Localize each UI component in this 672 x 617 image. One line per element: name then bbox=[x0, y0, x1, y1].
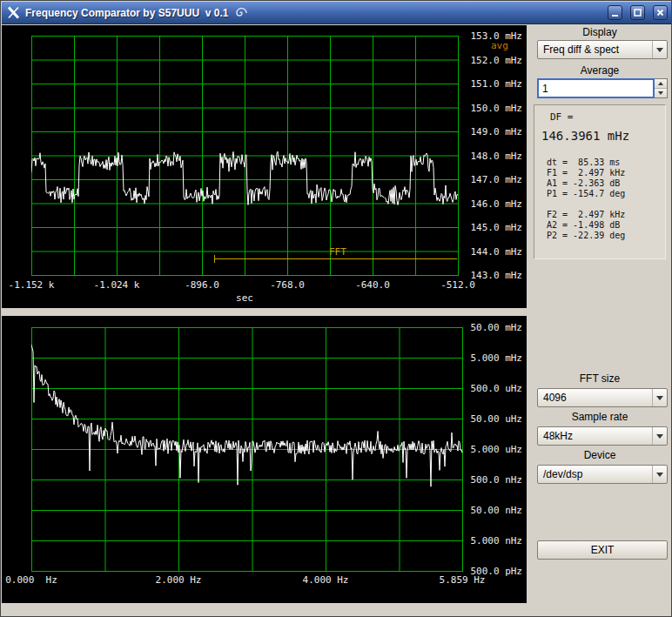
display-label: Display bbox=[527, 26, 672, 38]
x-tick-label: -896.0 bbox=[185, 279, 219, 291]
average-input[interactable] bbox=[537, 78, 655, 98]
spectrum-trace bbox=[31, 327, 463, 572]
average-spin-buttons bbox=[655, 78, 668, 98]
chevron-down-icon bbox=[652, 41, 667, 58]
chevron-down-icon bbox=[652, 427, 667, 445]
y-tick-label: 149.0 mHz bbox=[470, 126, 522, 137]
exit-button[interactable]: EXIT bbox=[537, 540, 668, 560]
y-tick-label: 5.000 mHz bbox=[470, 352, 522, 364]
maximize-button[interactable] bbox=[630, 5, 645, 20]
y-tick-label: 145.0 mHz bbox=[470, 222, 522, 233]
x-tick-label: 5.859 Hz bbox=[440, 574, 486, 586]
y-tick-label: 146.0 mHz bbox=[470, 198, 522, 210]
df-label: DF = bbox=[534, 111, 665, 123]
readout-line: dt = 85.33 ms bbox=[534, 158, 665, 168]
readout-line bbox=[534, 199, 665, 210]
sample-rate-combo-value: 48kHz bbox=[538, 430, 652, 442]
y-tick-label: 500.0 uHz bbox=[470, 383, 522, 394]
freq-diff-plot: 153.0 mHz152.0 mHz151.0 mHz150.0 mHz149.… bbox=[2, 25, 527, 308]
window-title: Frequency Comparator by S57UUU v 0.1 bbox=[25, 7, 228, 19]
sample-rate-combo[interactable]: 48kHz bbox=[537, 426, 668, 446]
readout-lines: dt = 85.33 msF1 = 2.497 kHzA1 = -2.363 d… bbox=[534, 158, 665, 241]
device-label: Device bbox=[527, 449, 672, 461]
device-combo[interactable]: /dev/dsp bbox=[537, 465, 668, 484]
y-tick-label: 50.00 nHz bbox=[470, 505, 522, 516]
sample-rate-label: Sample rate bbox=[527, 411, 672, 423]
readout-line: F2 = 2.497 kHz bbox=[534, 210, 665, 220]
readout-line: P2 = -22.39 deg bbox=[534, 231, 665, 241]
app-icon bbox=[6, 6, 20, 20]
y-tick-label: 152.0 mHz bbox=[470, 55, 522, 66]
y-tick-label: 50.00 mHz bbox=[470, 322, 522, 333]
avg-indicator: avg bbox=[491, 40, 508, 51]
top-plot-x-ticks: -1.152 k-1.024 k-896.0-768.0-640.0-512.0 bbox=[2, 279, 527, 292]
close-button[interactable] bbox=[653, 5, 668, 20]
fft-size-combo[interactable]: 4096 bbox=[537, 388, 668, 407]
fft-size-label: FFT size bbox=[527, 372, 672, 385]
df-value: 146.3961 mHz bbox=[534, 129, 665, 143]
chevron-down-icon bbox=[652, 389, 667, 406]
y-tick-label: 500.0 nHz bbox=[470, 474, 522, 486]
y-tick-label: 151.0 mHz bbox=[470, 78, 522, 90]
display-combo-value: Freq diff & spect bbox=[538, 44, 652, 56]
top-plot-y-ticks: 153.0 mHz152.0 mHz151.0 mHz150.0 mHz149.… bbox=[466, 25, 523, 308]
fft-size-combo-value: 4096 bbox=[538, 392, 652, 404]
average-label: Average bbox=[527, 64, 672, 77]
x-tick-label: -1.024 k bbox=[94, 279, 140, 291]
fft-window-label: FFT bbox=[329, 246, 346, 258]
titlebar[interactable]: Frequency Comparator by S57UUU v 0.1 bbox=[2, 2, 672, 24]
spin-up-button[interactable] bbox=[655, 79, 667, 89]
readout-line: F1 = 2.497 kHz bbox=[534, 168, 665, 178]
chevron-down-icon bbox=[652, 466, 667, 483]
y-tick-label: 5.000 nHz bbox=[470, 535, 522, 547]
readout-line: A2 = -1.498 dB bbox=[534, 220, 665, 231]
freq-diff-trace bbox=[31, 36, 459, 276]
x-tick-label: 2.000 Hz bbox=[156, 574, 202, 586]
y-tick-label: 50.00 uHz bbox=[470, 413, 522, 425]
x-tick-label: -1.152 k bbox=[9, 279, 55, 291]
measurement-readout: DF = 146.3961 mHz dt = 85.33 msF1 = 2.49… bbox=[534, 104, 666, 259]
y-tick-label: 150.0 mHz bbox=[470, 103, 522, 114]
y-tick-label: 148.0 mHz bbox=[470, 151, 522, 162]
average-spinbox bbox=[537, 78, 668, 98]
device-combo-value: /dev/dsp bbox=[538, 468, 652, 480]
y-tick-label: 144.0 mHz bbox=[470, 246, 522, 258]
y-tick-label: 147.0 mHz bbox=[470, 174, 522, 185]
bottom-plot-y-ticks: 50.00 mHz5.000 mHz500.0 uHz50.00 uHz5.00… bbox=[466, 316, 523, 603]
x-tick-label: -768.0 bbox=[270, 279, 305, 291]
app-window: Frequency Comparator by S57UUU v 0.1 153… bbox=[0, 0, 672, 617]
x-tick-label: 0.000 Hz bbox=[5, 574, 57, 586]
control-panel: Display Freq diff & spect Average DF = 1… bbox=[527, 24, 672, 617]
x-tick-label: -512.0 bbox=[440, 279, 475, 291]
minimize-button[interactable] bbox=[608, 5, 622, 20]
readout-line: P1 = -154.7 deg bbox=[534, 189, 665, 199]
swirl-icon bbox=[233, 5, 248, 20]
readout-line: A1 = -2.363 dB bbox=[534, 178, 665, 189]
spectrum-plot: 50.00 mHz5.000 mHz500.0 uHz50.00 uHz5.00… bbox=[2, 316, 527, 603]
x-tick-label: 4.000 Hz bbox=[303, 574, 349, 586]
x-tick-label: -640.0 bbox=[355, 279, 390, 291]
spin-down-button[interactable] bbox=[655, 89, 667, 97]
display-combo[interactable]: Freq diff & spect bbox=[537, 40, 668, 59]
y-tick-label: 5.000 uHz bbox=[470, 444, 522, 455]
bottom-plot-x-ticks: 0.000 Hz2.000 Hz4.000 Hz5.859 Hz bbox=[2, 574, 527, 587]
x-axis-unit-label: sec bbox=[236, 292, 253, 304]
